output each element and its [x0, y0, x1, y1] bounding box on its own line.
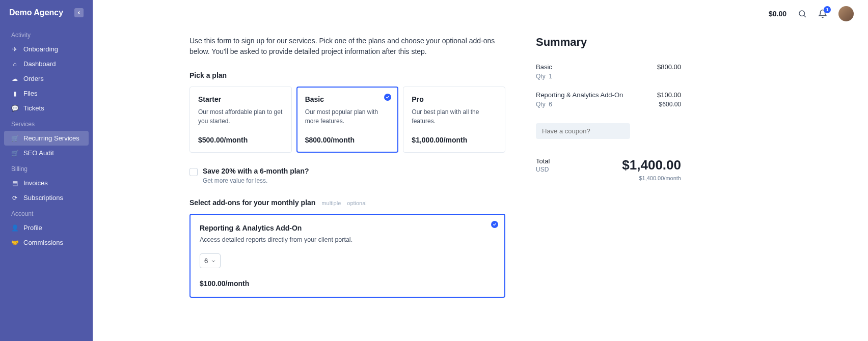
- plan-card-starter[interactable]: Starter Our most affordable plan to get …: [189, 87, 292, 153]
- six-month-checkbox[interactable]: [189, 168, 198, 176]
- sidebar-section-services: Services: [4, 116, 89, 131]
- sidebar-section-billing: Billing: [4, 160, 89, 176]
- sidebar-item-subscriptions[interactable]: ⟳Subscriptions: [4, 190, 89, 205]
- sidebar-item-label: Orders: [23, 75, 44, 82]
- sidebar-item-label: SEO Audit: [23, 149, 54, 157]
- six-month-sub: Get more value for less.: [203, 177, 309, 184]
- sidebar-item-files[interactable]: ▮Files: [4, 86, 89, 101]
- sidebar-item-profile[interactable]: 👤Profile: [4, 220, 89, 235]
- handshake-icon: 🤝: [11, 239, 18, 246]
- total-amount: $1,400.00: [622, 157, 681, 173]
- sidebar-item-onboarding[interactable]: ✈Onboarding: [4, 42, 89, 56]
- sidebar-item-label: Recurring Services: [23, 134, 79, 142]
- total-sub: $1,400.00/month: [622, 175, 681, 181]
- search-button[interactable]: [798, 9, 807, 18]
- addon-desc: Access detailed reports directly from yo…: [200, 236, 495, 243]
- addon-price: $100.00/month: [200, 279, 495, 288]
- currency: USD: [536, 166, 550, 173]
- sidebar-item-invoices[interactable]: ▤Invoices: [4, 176, 89, 190]
- qty-label: Qty: [536, 101, 546, 108]
- plan-price: $1,000.00/month: [412, 136, 497, 144]
- qty-label: Qty: [536, 73, 546, 80]
- sidebar-item-orders[interactable]: ☁Orders: [4, 71, 89, 86]
- sidebar-item-seo-audit[interactable]: 🛒SEO Audit: [4, 146, 89, 160]
- collapse-sidebar-button[interactable]: [74, 8, 84, 17]
- sidebar-section-activity: Activity: [4, 26, 89, 42]
- chat-icon: 💬: [11, 105, 18, 112]
- svg-point-0: [799, 11, 805, 16]
- pick-plan-title: Pick a plan: [189, 71, 505, 79]
- avatar[interactable]: [838, 6, 854, 21]
- check-icon: [491, 221, 498, 228]
- coupon-input[interactable]: [536, 123, 630, 139]
- invoice-icon: ▤: [11, 180, 18, 187]
- header: $0.00 1: [93, 0, 868, 27]
- sidebar-item-label: Invoices: [23, 179, 48, 187]
- line-name: Reporting & Analytics Add-On: [536, 91, 623, 99]
- plan-name: Starter: [198, 95, 283, 103]
- line-price: $800.00: [657, 63, 681, 71]
- sidebar-item-dashboard[interactable]: ⌂Dashboard: [4, 56, 89, 71]
- sidebar-item-label: Dashboard: [23, 60, 56, 68]
- rocket-icon: ✈: [11, 46, 18, 53]
- addon-card-reporting[interactable]: Reporting & Analytics Add-On Access deta…: [189, 214, 505, 298]
- user-icon: 👤: [11, 224, 18, 232]
- qty-value: 1: [549, 73, 552, 80]
- qty-value: 6: [549, 101, 552, 108]
- plan-price: $500.00/month: [198, 136, 283, 144]
- sidebar-item-label: Tickets: [23, 104, 44, 112]
- brand: Demo Agency: [9, 8, 63, 17]
- sidebar-item-commissions[interactable]: 🤝Commissions: [4, 235, 89, 250]
- summary-line-basic: Basic Qty 1 $800.00: [536, 63, 681, 80]
- notification-badge: 1: [824, 6, 831, 13]
- inbox-icon: ☁: [11, 75, 18, 82]
- home-icon: ⌂: [11, 61, 18, 68]
- sidebar-item-label: Commissions: [23, 239, 63, 246]
- sidebar-item-tickets[interactable]: 💬Tickets: [4, 101, 89, 116]
- summary-title: Summary: [536, 36, 681, 49]
- plan-card-basic[interactable]: Basic Our most popular plan with more fe…: [296, 87, 399, 153]
- sidebar-item-label: Subscriptions: [23, 194, 63, 202]
- notifications-button[interactable]: 1: [818, 9, 827, 18]
- plan-price: $800.00/month: [305, 136, 390, 144]
- plan-name: Pro: [412, 95, 497, 103]
- cart-icon: 🛒: [11, 135, 18, 142]
- sidebar-item-recurring-services[interactable]: 🛒Recurring Services: [4, 131, 89, 146]
- tag-multiple: multiple: [321, 200, 341, 206]
- plan-desc: Our best plan with all the features.: [412, 107, 497, 129]
- line-subtotal: $600.00: [657, 101, 681, 108]
- chevron-down-icon: [211, 259, 216, 264]
- addon-name: Reporting & Analytics Add-On: [200, 224, 495, 232]
- file-icon: ▮: [11, 90, 18, 97]
- line-name: Basic: [536, 63, 552, 71]
- summary-line-addon: Reporting & Analytics Add-On Qty 6 $100.…: [536, 91, 681, 108]
- total-label: Total: [536, 157, 550, 165]
- tag-optional: optional: [347, 200, 367, 206]
- sidebar-item-label: Profile: [23, 224, 42, 232]
- addons-title: Select add-ons for your monthly plan: [189, 198, 315, 207]
- plan-desc: Our most affordable plan to get you star…: [198, 107, 283, 129]
- plan-desc: Our most popular plan with more features…: [305, 107, 390, 129]
- addon-qty-select[interactable]: 6: [200, 253, 221, 268]
- six-month-label: Save 20% with a 6-month plan?: [203, 167, 309, 175]
- plan-name: Basic: [305, 95, 390, 103]
- line-price: $100.00: [657, 91, 681, 99]
- plan-card-pro[interactable]: Pro Our best plan with all the features.…: [403, 87, 505, 153]
- sidebar-section-account: Account: [4, 205, 89, 220]
- cart-icon: 🛒: [11, 150, 18, 157]
- check-icon: [384, 94, 391, 101]
- refresh-icon: ⟳: [11, 194, 18, 202]
- addon-qty-value: 6: [204, 257, 208, 265]
- balance: $0.00: [769, 10, 786, 18]
- sidebar-item-label: Onboarding: [23, 45, 58, 53]
- intro-text: Use this form to sign up for our service…: [189, 36, 505, 57]
- sidebar-item-label: Files: [23, 90, 37, 97]
- sidebar: Demo Agency Activity ✈Onboarding ⌂Dashbo…: [0, 0, 93, 341]
